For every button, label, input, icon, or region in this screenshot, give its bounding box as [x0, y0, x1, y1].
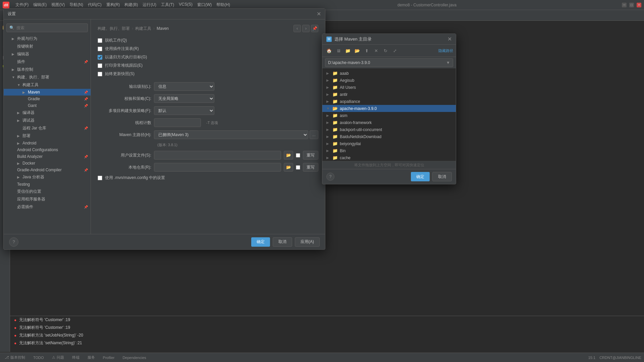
chooser-desktop-button[interactable]: 🖥: [334, 47, 342, 55]
local-repo-override-check[interactable]: [296, 165, 300, 170]
user-settings-input[interactable]: C:\Users\86178\.m2\settings.xml: [154, 151, 281, 160]
checksum-select[interactable]: 无全局策略: [154, 94, 214, 103]
settings-confirm-button[interactable]: 确定: [251, 237, 270, 247]
output-level-label: 输出级别(L):: [98, 84, 151, 89]
tree-maven-expand: ▶: [22, 90, 26, 94]
multi-project-label: 多项目构建失败策略(F):: [98, 108, 151, 114]
output-level-row: 输出级别(L): 信息: [98, 82, 318, 91]
chooser-close-button[interactable]: ✕: [447, 36, 452, 42]
tree-gradle[interactable]: Gradle 📌: [4, 96, 91, 102]
settings-close-button[interactable]: ✕: [317, 11, 321, 17]
checkbox-always-update-input[interactable]: [98, 72, 102, 76]
chooser-refresh-button[interactable]: ↻: [381, 47, 389, 55]
multi-project-select[interactable]: 默认: [154, 106, 214, 115]
maven-path-controls: 已捆绑(Maven 3) ...: [154, 130, 318, 139]
chooser-item-antlr[interactable]: ▶ 📁 antlr: [322, 91, 456, 98]
maven-path-select[interactable]: 已捆绑(Maven 3): [154, 130, 308, 139]
chooser-item-beiyong[interactable]: ▶ 📁 beiyongyilai: [322, 140, 456, 147]
user-settings-override-check[interactable]: [296, 153, 300, 158]
settings-cancel-button[interactable]: 取消: [273, 237, 292, 247]
tree-required-plugins[interactable]: 必需插件 📌: [4, 203, 91, 211]
settings-title: 设置: [8, 11, 16, 17]
tree-trusted[interactable]: 受信任的位置: [4, 188, 91, 195]
tree-vcs[interactable]: ▶ 版本控制: [4, 66, 91, 73]
chooser-item-cache[interactable]: ▶ 📁 cache: [322, 154, 456, 161]
folder-icon-beiyong: 📁: [332, 141, 338, 146]
settings-apply-button[interactable]: 应用(A): [295, 237, 320, 247]
chooser-item-avalon[interactable]: ▶ 📁 avalon-framework: [322, 119, 456, 126]
tree-keymap[interactable]: 按键映射: [4, 43, 91, 50]
tree-testing[interactable]: Testing: [4, 181, 91, 188]
chooser-up-button[interactable]: ⬆: [363, 47, 371, 55]
chooser-help-button[interactable]: ?: [326, 173, 334, 181]
chooser-path-input[interactable]: D:\apache-maven-3.9.0 ▼: [325, 58, 453, 67]
checkbox-plugin-registry-input[interactable]: [98, 47, 102, 51]
local-repo-browse-button[interactable]: 📂: [284, 163, 293, 172]
chooser-item-backport[interactable]: ▶ 📁 backport-util-concurrent: [322, 126, 456, 133]
chooser-delete-button[interactable]: ✕: [372, 47, 380, 55]
tree-gant[interactable]: Gant 📌: [4, 102, 91, 109]
chooser-home-button[interactable]: 🏠: [325, 47, 333, 55]
tree-build-tools[interactable]: ▼ 构建工具: [4, 81, 91, 89]
chooser-item-avalon-label: avalon-framework: [340, 120, 372, 125]
chooser-expand-avalon: ▶: [326, 121, 330, 124]
tree-docker[interactable]: ▶ Docker: [4, 160, 91, 167]
tree-debugger[interactable]: ▶ 调试器: [4, 117, 91, 124]
chooser-expand-beiyong: ▶: [326, 142, 330, 145]
user-settings-rewrite-button[interactable]: 重写: [303, 151, 318, 160]
user-settings-browse-button[interactable]: 📂: [284, 151, 293, 160]
breadcrumb-back-button[interactable]: ‹: [293, 25, 301, 32]
settings-dialog: 设置 ✕ 🔍 ▶ 外观与行为 按键映射 ▶ 编: [3, 8, 325, 250]
chooser-expand-button[interactable]: ⤢: [391, 47, 399, 55]
local-repo-label: 本地仓库(R):: [98, 165, 151, 170]
breadcrumb-forward-button[interactable]: ›: [302, 25, 310, 32]
thread-count-input[interactable]: [154, 118, 201, 127]
tree-build-tools-label: 构建工具: [22, 82, 39, 88]
tree-gradle-pin: 📌: [84, 97, 88, 101]
local-repo-input[interactable]: C:\Users\86178\.m2\repository: [154, 163, 281, 172]
chooser-item-allusers[interactable]: ▶ 📁 All Users: [322, 84, 456, 91]
tree-remote-jar[interactable]: 远程 Jar 仓库 📌: [4, 124, 91, 132]
tree-android-configs-label: Android Configurations: [17, 147, 58, 152]
tree-maven[interactable]: ▶ Maven 📌: [4, 89, 91, 96]
settings-help-button[interactable]: ?: [9, 237, 18, 247]
tree-gradle-android[interactable]: Gradle-Android Compiler 📌: [4, 167, 91, 173]
chooser-path-value: D:\apache-maven-3.9.0: [328, 60, 370, 65]
chooser-confirm-button[interactable]: 确定: [411, 172, 430, 181]
tree-build-analyzer[interactable]: Build Analyzer 📌: [4, 153, 91, 160]
chooser-item-asm[interactable]: ▶ 📁 asm: [322, 112, 456, 119]
chooser-cancel-button[interactable]: 取消: [432, 172, 452, 181]
chooser-item-aopalliance[interactable]: ▶ 📁 aopalliance: [322, 98, 456, 105]
mvn-config-input[interactable]: [98, 176, 102, 180]
settings-tree: 🔍 ▶ 外观与行为 按键映射 ▶ 编辑器 插件: [4, 19, 91, 234]
breadcrumb-pin-button[interactable]: 📌: [311, 25, 318, 32]
chooser-item-apache-maven[interactable]: ▼ 📂 apache-maven-3.9.0: [322, 105, 456, 112]
checkbox-offline-input[interactable]: [98, 38, 102, 43]
settings-search-box[interactable]: 🔍: [6, 23, 88, 32]
tree-compiler[interactable]: ▶ 编译器: [4, 109, 91, 117]
chooser-new-folder-button[interactable]: 📂: [353, 47, 361, 55]
chooser-item-baidu[interactable]: ▶ 📁 BaiduNetdiskDownload: [322, 133, 456, 140]
checkbox-recursive-input[interactable]: [98, 55, 102, 60]
chooser-folder-button[interactable]: 📁: [344, 47, 352, 55]
chooser-item-aaab[interactable]: ▶ 📁 aaab: [322, 70, 456, 77]
tree-appearance[interactable]: ▶ 外观与行为: [4, 35, 91, 43]
settings-search-input[interactable]: [16, 25, 85, 30]
tree-required-plugins-pin: 📌: [84, 205, 88, 209]
chooser-item-bin[interactable]: ▶ 📁 Bin: [322, 147, 456, 154]
tree-android[interactable]: ▶ Android: [4, 140, 91, 146]
checkbox-print-stack-input[interactable]: [98, 63, 102, 68]
hide-path-button[interactable]: 隐藏路径: [438, 48, 453, 53]
output-level-select[interactable]: 信息: [154, 82, 214, 91]
tree-android-configs[interactable]: Android Configurations: [4, 146, 91, 153]
tree-build-exec[interactable]: ▼ 构建、执行、部署: [4, 73, 91, 81]
tree-plugins[interactable]: 插件 📌: [4, 58, 91, 66]
tree-java-analyzer[interactable]: ▶ Java 分析器: [4, 173, 91, 181]
tree-editor[interactable]: ▶ 编辑器: [4, 50, 91, 58]
folder-icon-allusers: 📁: [332, 85, 338, 90]
chooser-item-aegisub[interactable]: ▶ 📁 Aegisub: [322, 77, 456, 84]
tree-app-servers[interactable]: 应用程序服务器: [4, 195, 91, 203]
local-repo-rewrite-button[interactable]: 重写: [303, 163, 318, 172]
tree-deploy[interactable]: ▶ 部署: [4, 132, 91, 140]
maven-path-browse-button[interactable]: ...: [310, 130, 318, 139]
